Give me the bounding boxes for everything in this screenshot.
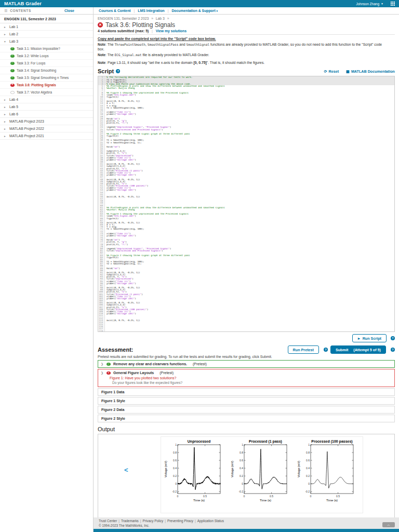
contents-sidebar: ENGGEN 131, Semester 2 2023 ▸Lab 1▸Lab 2… xyxy=(0,15,94,532)
divider xyxy=(98,34,395,35)
sidebar-item-matlab-project-2022[interactable]: ▸MATLAB Project 2022 xyxy=(0,125,93,132)
svg-text:Time (s): Time (s) xyxy=(326,499,338,502)
output-plot-3: Processed (100 passes)-0.200.20.40.60.81… xyxy=(295,438,362,512)
breadcrumb-lab-link[interactable]: Lab 3 xyxy=(156,17,165,20)
svg-text:1: 1 xyxy=(242,443,243,446)
app-switcher-icon[interactable] xyxy=(391,2,395,6)
sidebar-item-task-3-2-while-loops[interactable]: ✓Task 3.2: While Loops xyxy=(0,52,93,60)
assessment-panel-general-figure-layouts[interactable]: ❯✕General Figure Layouts(Pretest)Figure … xyxy=(98,369,395,387)
pass-icon: ✓ xyxy=(10,69,15,72)
pass-icon: ✓ xyxy=(10,62,15,65)
sidebar-item-task-3-3-for-loops[interactable]: ✓Task 3.3: For Loops xyxy=(0,60,93,67)
svg-text:0: 0 xyxy=(177,495,179,498)
scroll-to-top-button[interactable]: ︿ xyxy=(382,522,395,527)
view-solutions-link[interactable]: View my solutions xyxy=(156,29,187,33)
chevron-right-icon: ▸ xyxy=(4,127,7,130)
sidebar-item-task-3-4-signal-smoothing[interactable]: ✓Task 3.4: Signal Smoothing xyxy=(0,67,93,74)
submissions-count: 4 solutions submitted (max: 5) xyxy=(98,29,149,33)
svg-text:-0.2: -0.2 xyxy=(238,490,243,493)
footer-link-trademarks[interactable]: Trademarks xyxy=(121,519,139,523)
app-title: MATLAB Grader xyxy=(4,1,42,6)
svg-text:Time (s): Time (s) xyxy=(260,499,271,502)
svg-text:Processed (100 passes): Processed (100 passes) xyxy=(311,440,352,444)
breadcrumb-course-link[interactable]: ENGGEN 131, Semester 2 2023 xyxy=(98,17,149,20)
chevron-right-icon: ▸ xyxy=(4,120,7,123)
svg-text:0: 0 xyxy=(175,482,177,485)
sidebar-item-lab-2[interactable]: ▸Lab 2 xyxy=(0,31,93,38)
sidebar-item-lab-1[interactable]: ▸Lab 1 xyxy=(0,23,93,31)
sidebar-item-matlab-project-2021[interactable]: ▸MATLAB Project 2021 xyxy=(0,132,93,140)
app-header: MATLAB Grader Johnson Zhang ▼ xyxy=(0,0,399,7)
footer-link-preventing-piracy[interactable]: Preventing Piracy xyxy=(167,519,193,523)
contents-list-icon[interactable]: ☰ xyxy=(4,9,7,13)
pass-icon: ✓ xyxy=(10,76,15,79)
sidebar-item-lab-6[interactable]: ▸Lab 6 xyxy=(0,111,93,118)
submit-button[interactable]: Submit (Attempt 5 of 5) xyxy=(330,345,386,354)
previous-figure-button[interactable]: < xyxy=(124,467,128,473)
pass-icon: ✓ xyxy=(10,47,15,50)
chevron-down-icon: ▼ xyxy=(381,3,383,5)
pass-icon: ✓ xyxy=(107,363,111,366)
pretest-note: Pretest results are not submitted for gr… xyxy=(98,355,395,358)
panel-detail-question: Figure 1: Have you plotted two solutions… xyxy=(110,376,392,380)
submit-help-icon[interactable]: ? xyxy=(391,348,395,352)
svg-text:0.2: 0.2 xyxy=(173,474,177,477)
sidebar-item-lab-5[interactable]: ▸Lab 5 xyxy=(0,103,93,111)
task-failed-icon: ✕ xyxy=(98,22,103,28)
run-script-button[interactable]: ► Run Script xyxy=(352,334,387,342)
fail-icon: ✕ xyxy=(10,84,15,87)
script-help-icon[interactable]: ? xyxy=(116,69,120,73)
output-plot-1: Unprocessed-0.200.20.40.60.8100.5Time (s… xyxy=(162,438,229,512)
svg-text:0: 0 xyxy=(242,482,243,485)
sidebar-item-lab-3[interactable]: ▾Lab 3 xyxy=(0,38,93,45)
footer-link-trust-center[interactable]: Trust Center xyxy=(99,519,117,523)
footer-link-privacy-policy[interactable]: Privacy Policy xyxy=(142,519,163,523)
contents-close-button[interactable]: Close xyxy=(64,9,74,12)
user-menu[interactable]: Johnson Zhang ▼ xyxy=(356,2,383,6)
assessment-panel-figure-2-data[interactable]: Figure 2 Data xyxy=(98,406,395,414)
nav-lms-integration[interactable]: LMS Integration xyxy=(138,9,164,12)
pretest-help-icon[interactable]: ? xyxy=(324,348,328,352)
output-plot-2: Processed (1 pass)-0.200.20.40.60.8100.5… xyxy=(229,438,295,512)
svg-text:Processed (1 pass): Processed (1 pass) xyxy=(249,440,282,444)
assessment-panel-figure-1-data[interactable]: Figure 1 Data xyxy=(98,388,395,396)
svg-text:0.6: 0.6 xyxy=(240,459,243,462)
svg-text:Voltage (mV): Voltage (mV) xyxy=(231,461,234,477)
nav-documentation-support[interactable]: Documentation & Support ▾ xyxy=(171,9,218,12)
svg-text:Time (s): Time (s) xyxy=(193,499,205,502)
svg-text:0.2: 0.2 xyxy=(240,474,243,477)
sidebar-item-task-3-6-plotting-signals[interactable]: ✕Task 3.6: Plotting Signals xyxy=(0,82,93,89)
assessment-panel-remove-any-clear-and-clearvars-functions[interactable]: ❯✓Remove any clear and clearvars functio… xyxy=(98,360,395,368)
assessment-panel-figure-1-style[interactable]: Figure 1 Style xyxy=(98,397,395,405)
matlab-documentation-link[interactable]: ▦MATLAB Documentation xyxy=(346,69,395,74)
nav-courses-content[interactable]: Courses & Content xyxy=(99,9,131,12)
chevron-right-icon: ▸ xyxy=(4,113,7,116)
matlab-grader-page: MATLAB Grader Johnson Zhang ▼ ☰ CONTENTS… xyxy=(0,0,399,532)
separator: | xyxy=(152,29,153,33)
sidebar-item-task-3-5-signal-smoothing-n-times[interactable]: ✓Task 3.5: Signal Smoothing n Times xyxy=(0,74,93,82)
main-content: ENGGEN 131, Semester 2 2023 » Lab 3 » ✕ … xyxy=(94,15,399,517)
sidebar-item-task-3-7-vector-algebra[interactable]: Task 3.7: Vector Algebra xyxy=(0,89,93,96)
svg-text:0.6: 0.6 xyxy=(173,459,177,462)
sidebar-item-lab-4[interactable]: ▸Lab 4 xyxy=(0,96,93,103)
svg-text:0.4: 0.4 xyxy=(173,467,177,470)
script-code-editor[interactable]: 1% The following declarations are requir… xyxy=(98,76,395,332)
run-script-help-icon[interactable]: ? xyxy=(391,336,395,340)
run-pretest-button[interactable]: Run Pretest xyxy=(288,345,319,354)
footer-copyright: © 1994-2023 The MathWorks, Inc. xyxy=(99,524,394,527)
chevron-right-icon: ▸ xyxy=(4,135,7,138)
footer-link-application-status[interactable]: Application Status xyxy=(197,519,224,523)
script-header-row: Script ? ⟳Reset ▦MATLAB Documentation xyxy=(98,68,395,74)
svg-text:0.8: 0.8 xyxy=(173,451,177,454)
pass-icon: ✓ xyxy=(10,55,15,58)
reset-button[interactable]: ⟳Reset xyxy=(324,69,339,74)
chevron-right-icon: ▸ xyxy=(4,33,7,36)
assessment-panel-figure-2-style[interactable]: Figure 2 Style xyxy=(98,415,395,422)
breadcrumb-separator-icon: » xyxy=(151,17,153,20)
sidebar-item-matlab-project-2023[interactable]: ▸MATLAB Project 2023 xyxy=(0,118,93,125)
instruction-paragraph: Note: The ECG_Signal.mat file is already… xyxy=(98,53,395,57)
footer-accent-bar xyxy=(94,529,399,532)
output-figure: Unprocessed-0.200.20.40.60.8100.5Time (s… xyxy=(161,436,363,513)
sidebar-item-task-3-1-mission-impossible[interactable]: ✓Task 3.1: Mission Impossible? xyxy=(0,45,93,52)
chevron-down-icon: ▾ xyxy=(4,40,7,43)
